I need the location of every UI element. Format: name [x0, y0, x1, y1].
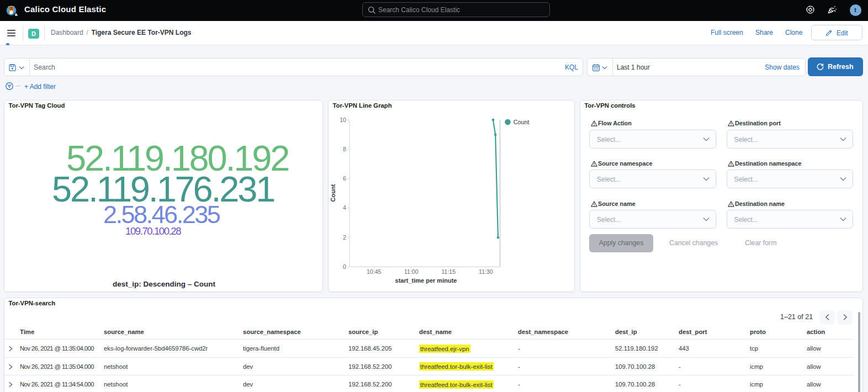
svg-text:11:15: 11:15 — [441, 268, 456, 275]
svg-text:2: 2 — [343, 234, 346, 240]
svg-text:4: 4 — [343, 204, 346, 211]
svg-text:10:45: 10:45 — [367, 268, 382, 275]
svg-text:Count: Count — [330, 184, 336, 202]
svg-text:11:00: 11:00 — [404, 268, 419, 275]
svg-text:10: 10 — [340, 116, 346, 123]
svg-text:0: 0 — [343, 263, 346, 269]
svg-text:Count: Count — [514, 119, 530, 125]
svg-text:6: 6 — [343, 175, 346, 182]
svg-text:11:30: 11:30 — [479, 268, 493, 275]
svg-text:start_time per minute: start_time per minute — [395, 277, 457, 284]
svg-text:8: 8 — [343, 145, 346, 152]
